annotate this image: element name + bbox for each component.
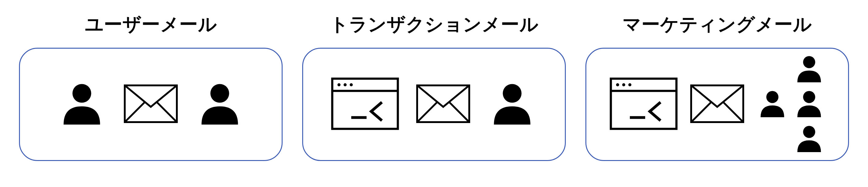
panel-title: マーケティングメール — [622, 12, 812, 37]
card-marketing-mail — [585, 48, 849, 161]
panel-transaction-mail: トランザクションメール — [302, 12, 566, 161]
svg-point-18 — [622, 83, 625, 86]
person-icon — [56, 78, 108, 131]
svg-point-19 — [628, 83, 631, 86]
person-icon — [792, 87, 826, 122]
svg-point-17 — [616, 83, 619, 86]
svg-point-9 — [350, 83, 353, 86]
svg-line-22 — [691, 102, 711, 122]
card-transaction-mail — [302, 48, 566, 161]
svg-line-23 — [723, 102, 743, 122]
panel-marketing-mail: マーケティングメール — [585, 12, 849, 161]
svg-point-24 — [803, 56, 815, 68]
person-icon — [792, 52, 826, 87]
svg-line-2 — [125, 102, 145, 122]
svg-point-25 — [766, 91, 778, 103]
person-icon — [792, 122, 826, 157]
svg-rect-5 — [332, 79, 398, 129]
card-user-mail — [19, 48, 283, 161]
terminal-window-icon — [609, 76, 679, 133]
panel-user-mail: ユーザーメール — [19, 12, 283, 161]
terminal-window-icon — [330, 76, 400, 133]
panel-title: ユーザーメール — [85, 12, 217, 37]
svg-point-7 — [337, 83, 341, 86]
svg-point-14 — [503, 84, 521, 103]
svg-point-4 — [210, 84, 229, 103]
panel-title: トランザクションメール — [330, 12, 538, 37]
audience-group — [755, 52, 826, 157]
svg-point-27 — [803, 126, 815, 138]
person-icon — [194, 78, 246, 131]
svg-point-8 — [344, 83, 347, 86]
svg-point-0 — [72, 84, 91, 103]
svg-point-26 — [803, 91, 815, 103]
svg-line-3 — [157, 102, 177, 122]
svg-line-12 — [417, 102, 437, 122]
person-icon — [486, 78, 538, 131]
envelope-icon — [415, 84, 471, 125]
svg-line-13 — [449, 102, 469, 122]
envelope-icon — [123, 84, 178, 125]
person-icon — [755, 87, 789, 122]
svg-rect-15 — [611, 79, 676, 129]
envelope-icon — [690, 84, 745, 125]
